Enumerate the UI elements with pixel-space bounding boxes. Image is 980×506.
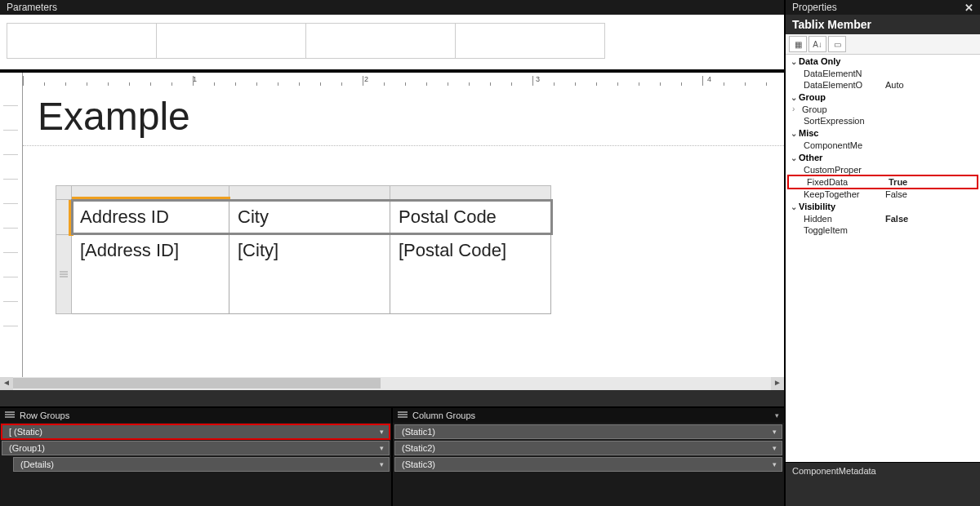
close-icon[interactable]: ✕ [964,2,973,14]
ruler-h-scale[interactable]: 1 2 3 4 [23,73,784,89]
row-groups-pane: Row Groups [ (Static)▾ (Group1)▾ (Detail… [0,408,391,506]
column-groups-icon [398,411,408,419]
category-label: Data Only [799,56,840,66]
category-label: Visibility [799,202,835,211]
tablix-header-cell[interactable]: City [229,199,390,235]
chevron-right-icon: › [792,104,802,114]
ruler-mark: 3 [536,75,540,83]
row-group-item[interactable]: (Group1)▾ [2,441,390,455]
param-cell[interactable] [305,23,456,59]
report-page[interactable]: Example Address ID City [23,89,784,377]
param-cell[interactable] [455,23,605,59]
chevron-down-icon[interactable]: ▾ [380,428,384,436]
category-label: Other [799,153,822,162]
props-row[interactable]: DataElementN [786,68,980,79]
report-title[interactable]: Example [23,89,784,145]
props-category[interactable]: ⌄Other [786,151,980,164]
props-category[interactable]: ⌄Misc [786,126,980,140]
chevron-down-icon[interactable]: ▾ [773,428,777,436]
property-pages-icon[interactable]: ▭ [828,36,846,52]
ruler-mark: 2 [364,75,368,83]
ruler-mark: 4 [707,75,711,83]
props-category[interactable]: ⌄Visibility [786,200,980,213]
horizontal-scrollbar[interactable]: ◄ ► [0,377,784,390]
properties-toolbar: ▦ A↓ ▭ [786,34,980,55]
ruler-vertical[interactable] [0,89,23,377]
tablix-row-selector[interactable] [56,199,72,235]
props-row-fixeddata[interactable]: FixedDataTrue [789,176,977,188]
props-row[interactable]: CustomProper [786,164,980,175]
chevron-down-icon: ⌄ [789,57,799,66]
chevron-down-icon[interactable]: ▾ [380,444,384,452]
tablix-col-selector[interactable] [390,185,551,200]
scroll-thumb[interactable] [13,378,381,388]
tablix-row-selector[interactable] [56,234,72,314]
ruler-horizontal: 1 2 3 4 [0,73,784,89]
ruler-corner [0,73,23,89]
tablix-data-cell[interactable]: [City] [229,234,390,314]
props-row[interactable]: DataElementOAuto [786,79,980,91]
scroll-left-arrow[interactable]: ◄ [0,377,13,390]
column-groups-header: Column Groups ▾ [393,408,784,423]
chevron-down-icon: ⌄ [789,93,799,102]
props-row[interactable]: HiddenFalse [786,213,980,224]
properties-description: ComponentMetadata [786,462,980,506]
props-category[interactable]: ⌄Data Only [786,55,980,68]
props-row[interactable]: ToggleItem [786,224,980,236]
row-group-item-details[interactable]: (Details)▾ [13,457,390,472]
props-row[interactable]: SortExpression [786,115,980,126]
tablix-corner[interactable] [56,185,72,200]
scroll-right-arrow[interactable]: ► [771,377,784,390]
tablix-header-cell[interactable]: Address ID [71,199,229,235]
alphabetical-icon[interactable]: A↓ [808,36,826,52]
tablix-header-cell[interactable]: Postal Code [390,199,551,235]
category-label: Group [799,92,826,102]
column-group-item[interactable]: (Static3)▾ [394,457,782,472]
props-row[interactable]: KeepTogetherFalse [786,189,980,200]
row-groups-icon [5,411,15,419]
column-group-item[interactable]: (Static1)▾ [394,424,782,439]
column-groups-title: Column Groups [412,411,475,420]
tablix[interactable]: Address ID City Postal Code [Address ID]… [56,185,784,314]
param-cell[interactable] [7,23,157,59]
properties-panel: Properties ✕ Tablix Member ▦ A↓ ▭ ⌄Data … [784,0,980,506]
param-cell[interactable] [156,23,306,59]
tablix-data-cell[interactable]: [Postal Code] [390,234,551,314]
row-groups-title: Row Groups [20,411,69,420]
scroll-track[interactable] [13,377,771,390]
chevron-down-icon[interactable]: ▾ [773,460,777,468]
design-surface: 1 2 3 4 Example [0,70,784,390]
properties-object-title: Tablix Member [786,15,980,34]
chevron-down-icon: ⌄ [789,202,799,211]
parameters-title: Parameters [7,2,57,13]
properties-label: Properties [792,2,837,13]
tablix-data-cell[interactable]: [Address ID] [71,234,229,314]
row-group-item-static[interactable]: [ (Static)▾ [2,424,390,439]
chevron-down-icon[interactable]: ▾ [775,411,779,419]
chevron-down-icon[interactable]: ▾ [773,444,777,452]
column-groups-pane: Column Groups ▾ (Static1)▾ (Static2)▾ (S… [391,408,784,506]
properties-list[interactable]: ⌄Data Only DataElementN DataElementOAuto… [786,55,980,462]
categorized-icon[interactable]: ▦ [789,36,807,52]
chevron-down-icon: ⌄ [789,129,799,138]
chevron-down-icon[interactable]: ▾ [380,460,384,468]
category-label: Misc [799,128,818,138]
row-groups-header: Row Groups [0,408,391,423]
tablix-col-selector[interactable] [229,185,390,200]
tablix-col-selector[interactable] [71,185,229,200]
props-row[interactable]: ComponentMe [786,140,980,151]
props-category[interactable]: ⌄Group [786,91,980,104]
props-row[interactable]: ›Group [786,104,980,115]
chevron-down-icon: ⌄ [789,153,799,162]
properties-desc-text: ComponentMetadata [792,466,876,476]
column-group-item[interactable]: (Static2)▾ [394,441,782,455]
design-canvas[interactable]: Example Address ID City [23,89,784,377]
props-highlight: FixedDataTrue [787,175,978,189]
grouping-pane: Row Groups [ (Static)▾ (Group1)▾ (Detail… [0,406,784,506]
properties-header: Properties ✕ [786,0,980,15]
